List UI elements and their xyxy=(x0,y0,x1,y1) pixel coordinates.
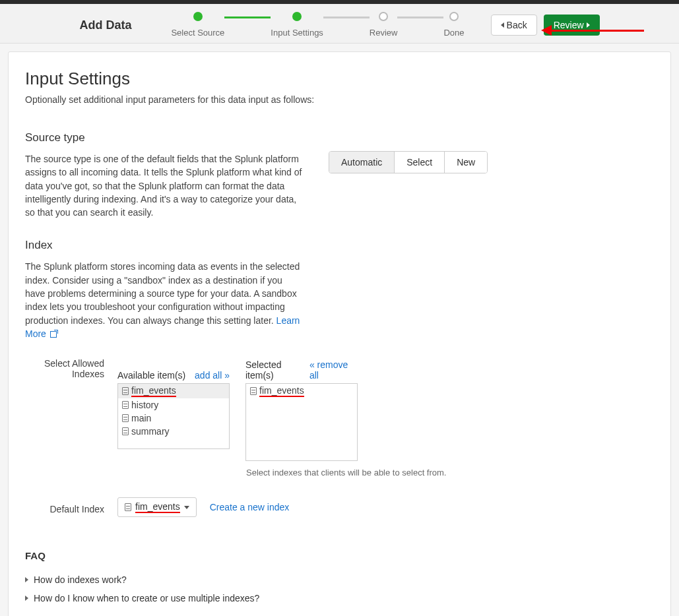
faq-section: FAQ How do indexes work? How do I know w… xyxy=(25,550,654,607)
selected-items-list[interactable]: fim_events xyxy=(245,383,358,461)
step-connector xyxy=(323,16,370,18)
chevron-right-icon xyxy=(25,577,28,582)
index-description: The Splunk platform stores incoming data… xyxy=(25,260,302,340)
step-label: Done xyxy=(443,28,464,38)
source-type-title: Source type xyxy=(25,131,302,144)
source-type-select[interactable]: Select xyxy=(395,152,445,173)
index-icon xyxy=(122,414,129,422)
step-circle-icon xyxy=(449,12,459,21)
stepper: Select Source Input Settings Review Done xyxy=(171,12,464,38)
step-connector xyxy=(397,16,443,18)
list-item[interactable]: main xyxy=(118,412,229,425)
index-helper-text: Select indexes that clients will be able… xyxy=(246,468,487,477)
step-input-settings: Input Settings xyxy=(271,12,323,38)
source-type-new[interactable]: New xyxy=(445,152,487,173)
step-select-source: Select Source xyxy=(171,12,224,38)
page-description: Optionally set additional input paramete… xyxy=(25,94,654,105)
index-icon xyxy=(122,401,129,409)
step-done: Done xyxy=(443,12,464,38)
available-items-list[interactable]: fim_events history main xyxy=(117,383,230,449)
chevron-right-icon xyxy=(25,596,28,601)
external-link-icon xyxy=(50,331,57,338)
faq-item[interactable]: How do indexes work? xyxy=(25,570,654,589)
index-title: Index xyxy=(25,239,302,252)
index-icon xyxy=(125,503,131,511)
index-icon xyxy=(122,427,129,435)
index-icon xyxy=(250,387,257,395)
header-title: Add Data xyxy=(79,12,131,32)
main-card: Input Settings Optionally set additional… xyxy=(8,51,671,616)
arrow-head-icon xyxy=(541,25,552,36)
step-review: Review xyxy=(370,12,398,38)
list-item[interactable]: summary xyxy=(118,425,229,438)
step-label: Input Settings xyxy=(271,28,323,38)
step-circle-icon xyxy=(379,12,388,21)
index-section: Index The Splunk platform stores incomin… xyxy=(25,239,654,517)
back-button[interactable]: Back xyxy=(491,15,537,36)
step-connector xyxy=(224,16,271,18)
available-items-label: Available item(s) xyxy=(117,370,185,381)
selected-items-label: Selected item(s) xyxy=(245,359,309,381)
source-type-description: The source type is one of the default fi… xyxy=(25,152,302,219)
select-allowed-indexes-label: Select Allowed Indexes xyxy=(25,357,104,477)
annotation-arrow xyxy=(541,25,644,36)
faq-title: FAQ xyxy=(25,550,654,561)
arrow-line xyxy=(552,30,644,32)
back-button-label: Back xyxy=(507,20,527,30)
step-label: Select Source xyxy=(171,28,224,38)
chevron-left-icon xyxy=(501,22,504,28)
add-all-link[interactable]: add all » xyxy=(195,370,230,381)
step-circle-icon xyxy=(292,12,302,21)
default-index-label: Default Index xyxy=(25,500,104,514)
create-new-index-link[interactable]: Create a new index xyxy=(210,502,290,512)
remove-all-link[interactable]: « remove all xyxy=(309,359,358,381)
source-type-automatic[interactable]: Automatic xyxy=(329,152,395,173)
page-title: Input Settings xyxy=(25,69,654,89)
source-type-selector: Automatic Select New xyxy=(329,151,488,173)
chevron-down-icon xyxy=(184,506,189,509)
source-type-section: Source type The source type is one of th… xyxy=(25,131,654,219)
list-item[interactable]: fim_events xyxy=(118,384,229,398)
index-icon xyxy=(122,387,129,395)
wizard-header: Add Data Select Source Input Settings Re… xyxy=(0,4,679,44)
list-item[interactable]: fim_events xyxy=(246,384,357,398)
faq-item[interactable]: How do I know when to create or use mult… xyxy=(25,589,654,607)
step-circle-icon xyxy=(193,12,203,21)
list-item[interactable]: history xyxy=(118,398,229,412)
default-index-dropdown[interactable]: fim_events xyxy=(117,497,197,517)
step-label: Review xyxy=(370,28,398,38)
